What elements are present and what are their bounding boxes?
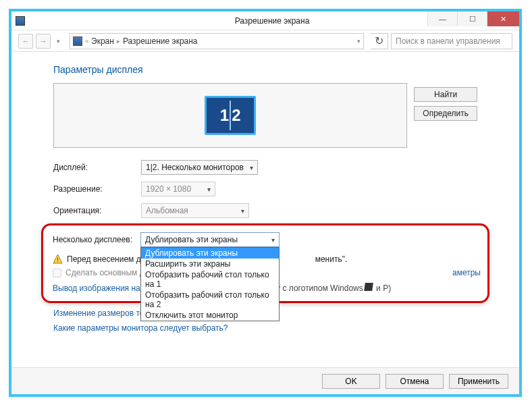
dropdown-option[interactable]: Отключить этот монитор	[141, 310, 279, 321]
dialog-buttons: OK Отмена Применить	[11, 367, 519, 394]
resolution-select[interactable]: 1920 × 1080	[141, 182, 215, 196]
svg-text:!: !	[57, 256, 59, 263]
refresh-button[interactable]: ↻	[371, 33, 388, 49]
display-select[interactable]: 1|2. Несколько мониторов	[141, 160, 258, 175]
maximize-button[interactable]: ☐	[457, 11, 487, 26]
dropdown-option[interactable]: Расширить эти экраны	[141, 259, 279, 269]
nav-row: ← → ▾ « Экран ▸ Разрешение экрана ▾ ↻ По…	[11, 30, 519, 52]
display-label: Дисплей:	[53, 163, 141, 172]
crumb-2[interactable]: Разрешение экрана	[123, 36, 198, 46]
make-primary-label: Сделать основным д	[65, 268, 144, 277]
resolution-label: Разрешение:	[53, 184, 141, 194]
dropdown-option[interactable]: Дублировать эти экраны	[141, 248, 279, 259]
cancel-button[interactable]: Отмена	[385, 374, 444, 389]
find-button[interactable]: Найти	[414, 87, 477, 102]
orientation-select[interactable]: Альбомная	[141, 203, 249, 218]
minimize-button[interactable]: —	[427, 11, 457, 26]
make-primary-checkbox	[53, 269, 61, 277]
which-settings-link[interactable]: Какие параметры монитора следует выбрать…	[53, 323, 477, 333]
advanced-link[interactable]: Дополнительные параметры	[373, 268, 481, 277]
breadcrumb[interactable]: « Экран ▸ Разрешение экрана ▾	[70, 33, 364, 49]
crumb-1[interactable]: Экран	[91, 36, 114, 46]
multi-display-select[interactable]: Дублировать эти экраны	[140, 232, 280, 247]
app-icon	[16, 16, 25, 26]
history-dropdown[interactable]: ▾	[53, 38, 63, 45]
ok-button[interactable]: OK	[322, 374, 380, 389]
apply-button[interactable]: Применить	[449, 374, 508, 389]
dropdown-option[interactable]: Отобразить рабочий стол только на 1	[141, 269, 279, 290]
close-button[interactable]: ✕	[487, 11, 519, 26]
warning-icon: !	[53, 254, 63, 264]
orientation-label: Ориентация:	[53, 206, 141, 215]
page-heading: Параметры дисплея	[53, 64, 477, 75]
windows-logo-icon	[364, 283, 373, 291]
highlighted-region: Несколько дисплеев: Дублировать эти экра…	[41, 223, 489, 303]
titlebar: Разрешение экрана — ☐ ✕	[11, 11, 519, 30]
monitor-icon[interactable]: 1 2	[205, 96, 256, 135]
back-button[interactable]: ←	[18, 34, 33, 49]
monitor-preview[interactable]: 1 2	[53, 83, 407, 148]
multi-display-dropdown[interactable]: Дублировать эти экраны Расширить эти экр…	[140, 247, 280, 321]
search-input[interactable]: Поиск в панели управления	[391, 33, 512, 49]
dropdown-option[interactable]: Отобразить рабочий стол только на 2	[141, 290, 279, 310]
identify-button[interactable]: Определить	[414, 106, 477, 121]
forward-button[interactable]: →	[36, 34, 51, 49]
location-icon	[73, 36, 82, 46]
multi-display-label: Несколько дисплеев:	[53, 235, 140, 244]
